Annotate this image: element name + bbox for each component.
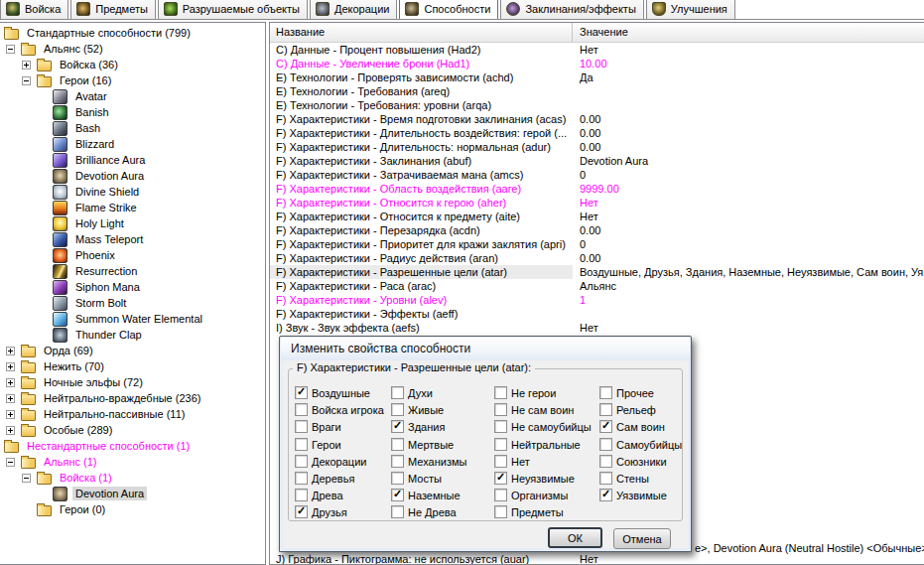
table-row[interactable]: I) Звук - Звук эффекта (aefs)Нет bbox=[270, 321, 924, 335]
target-checkbox[interactable]: Мосты bbox=[391, 472, 442, 485]
expand-toggle-icon[interactable] bbox=[6, 45, 15, 54]
unchecked-checkbox-icon[interactable] bbox=[391, 438, 404, 451]
table-row[interactable]: F) Характеристики - Перезарядка (acdn)0.… bbox=[270, 223, 924, 237]
tab-effects[interactable]: Заклинания/эффекты bbox=[500, 0, 643, 19]
checked-checkbox-icon[interactable] bbox=[599, 420, 612, 433]
unchecked-checkbox-icon[interactable] bbox=[494, 489, 507, 501]
tree-item[interactable]: Bash bbox=[0, 120, 265, 136]
tree-item[interactable]: Войска (36) bbox=[0, 57, 265, 72]
unchecked-checkbox-icon[interactable] bbox=[295, 489, 308, 501]
table-row[interactable]: F) Характеристики - Радиус действия (ara… bbox=[270, 251, 924, 265]
expand-toggle-icon[interactable] bbox=[6, 458, 15, 467]
target-checkbox[interactable]: Нейтральные bbox=[494, 438, 581, 451]
target-checkbox[interactable]: Прочее bbox=[599, 386, 654, 399]
table-row[interactable]: F) Характеристики - Заклинания (abuf)Dev… bbox=[270, 154, 924, 168]
target-checkbox[interactable]: Декорации bbox=[295, 455, 366, 468]
table-row[interactable]: F) Характеристики - Приоритет для кражи … bbox=[270, 237, 924, 251]
table-row[interactable]: C) Данные - Процент повышения (Had2)Нет bbox=[270, 43, 924, 57]
unchecked-checkbox-icon[interactable] bbox=[295, 420, 308, 433]
tree-item[interactable]: Banish bbox=[0, 104, 265, 120]
expand-toggle-icon[interactable] bbox=[6, 426, 15, 435]
expand-toggle-icon[interactable] bbox=[6, 378, 15, 387]
tab-abilities[interactable]: Способности bbox=[399, 0, 498, 20]
target-checkbox[interactable]: Наземные bbox=[391, 489, 461, 501]
unchecked-checkbox-icon[interactable] bbox=[494, 438, 507, 451]
target-checkbox[interactable]: Воздушные bbox=[295, 386, 370, 399]
target-checkbox[interactable]: Не сам воин bbox=[494, 403, 574, 416]
tree-item[interactable]: Storm Bolt bbox=[0, 295, 265, 311]
target-checkbox[interactable]: Сам воин bbox=[599, 420, 665, 433]
target-checkbox[interactable]: Механизмы bbox=[391, 455, 466, 468]
unchecked-checkbox-icon[interactable] bbox=[295, 403, 308, 416]
expand-toggle-icon[interactable] bbox=[6, 362, 15, 371]
tree-item[interactable]: Стандартные способности (799) bbox=[0, 25, 265, 41]
target-checkbox[interactable]: Друзья bbox=[295, 505, 347, 518]
target-checkbox[interactable]: Не герои bbox=[494, 386, 556, 399]
tab-items[interactable]: Предметы bbox=[70, 0, 156, 19]
tree-item[interactable]: Siphon Mana bbox=[0, 279, 265, 295]
tree-item[interactable]: Особые (289) bbox=[0, 422, 265, 438]
target-checkbox[interactable]: Войска игрока bbox=[295, 403, 384, 416]
checked-checkbox-icon[interactable] bbox=[391, 420, 404, 433]
table-row[interactable]: F) Характеристики - Разрешенные цели (at… bbox=[270, 265, 924, 279]
tree-item[interactable]: Нейтрально-враждебные (236) bbox=[0, 390, 265, 406]
dialog-title-bar[interactable]: Изменить свойства способности bbox=[281, 338, 690, 360]
table-row[interactable]: F) Характеристики - Длительность воздейс… bbox=[270, 126, 924, 140]
table-row[interactable]: E) Технологии - Требования: уровни (arqa… bbox=[270, 98, 924, 112]
unchecked-checkbox-icon[interactable] bbox=[494, 455, 507, 468]
column-header-name[interactable]: Название bbox=[270, 23, 573, 42]
tree-item[interactable]: Нежить (70) bbox=[0, 358, 265, 374]
expand-toggle-icon[interactable] bbox=[22, 76, 31, 85]
table-row[interactable]: F) Характеристики - Уровни (alev)1 bbox=[270, 293, 924, 307]
target-checkbox[interactable]: Нет bbox=[494, 455, 530, 468]
tree-item[interactable]: Герои (16) bbox=[0, 72, 265, 88]
unchecked-checkbox-icon[interactable] bbox=[494, 420, 507, 433]
cancel-button[interactable]: Отмена bbox=[613, 528, 671, 549]
table-row[interactable]: F) Характеристики - Эффекты (aeff) bbox=[270, 307, 924, 321]
tree-item[interactable]: Divine Shield bbox=[0, 184, 265, 200]
tree-item[interactable]: Нестандартные способности (1) bbox=[0, 438, 265, 454]
tree-item[interactable]: Brilliance Aura bbox=[0, 152, 265, 168]
unchecked-checkbox-icon[interactable] bbox=[599, 455, 612, 468]
table-row-auar[interactable]: J) Графика - Пиктограмма: не используетс… bbox=[270, 552, 924, 565]
target-checkbox[interactable]: Живые bbox=[391, 403, 444, 416]
tree-item[interactable]: Resurrection bbox=[0, 263, 265, 279]
target-checkbox[interactable]: Неуязвимые bbox=[494, 472, 575, 485]
target-checkbox[interactable]: Уязвимые bbox=[599, 489, 667, 501]
unchecked-checkbox-icon[interactable] bbox=[391, 386, 404, 399]
table-row[interactable]: E) Технологии - Требования (areq) bbox=[270, 84, 924, 98]
expand-toggle-icon[interactable] bbox=[6, 347, 15, 355]
table-row[interactable]: F) Характеристики - Время подготовки зак… bbox=[270, 112, 924, 126]
unchecked-checkbox-icon[interactable] bbox=[295, 455, 308, 468]
table-row[interactable]: F) Характеристики - Раса (arac)Альянс bbox=[270, 279, 924, 293]
target-checkbox[interactable]: Предметы bbox=[494, 505, 564, 518]
unchecked-checkbox-icon[interactable] bbox=[599, 438, 612, 451]
tab-doodads[interactable]: Декорации bbox=[310, 0, 397, 19]
tree-item[interactable]: Devotion Aura bbox=[0, 486, 265, 501]
expand-toggle-icon[interactable] bbox=[22, 474, 31, 483]
unchecked-checkbox-icon[interactable] bbox=[494, 403, 507, 416]
target-checkbox[interactable]: Деревья bbox=[295, 472, 354, 485]
tab-upgrades[interactable]: Улучшения bbox=[646, 0, 735, 19]
tree-item[interactable]: Войска (1) bbox=[0, 470, 265, 486]
checked-checkbox-icon[interactable] bbox=[599, 489, 612, 501]
ok-button[interactable]: ОК bbox=[548, 527, 602, 548]
tree-item[interactable]: Avatar bbox=[0, 88, 265, 104]
table-row[interactable]: F) Характеристики - Область воздействия … bbox=[270, 182, 924, 196]
table-row[interactable]: F) Характеристики - Длительность: нормал… bbox=[270, 140, 924, 154]
checked-checkbox-icon[interactable] bbox=[295, 505, 308, 518]
table-row[interactable]: F) Характеристики - Затрачиваемая мана (… bbox=[270, 168, 924, 182]
unchecked-checkbox-icon[interactable] bbox=[494, 386, 507, 399]
unchecked-checkbox-icon[interactable] bbox=[599, 472, 612, 485]
tree-item[interactable]: Phoenix bbox=[0, 247, 265, 263]
unchecked-checkbox-icon[interactable] bbox=[391, 455, 404, 468]
target-checkbox[interactable]: Организмы bbox=[494, 489, 568, 501]
expand-toggle-icon[interactable] bbox=[6, 394, 15, 403]
tree-item[interactable]: Орда (69) bbox=[0, 343, 265, 358]
tree-item[interactable]: Summon Water Elemental bbox=[0, 311, 265, 327]
target-checkbox[interactable]: Мертвые bbox=[391, 438, 454, 451]
unchecked-checkbox-icon[interactable] bbox=[494, 505, 507, 518]
tree-item[interactable]: Flame Strike bbox=[0, 200, 265, 215]
unchecked-checkbox-icon[interactable] bbox=[599, 386, 612, 399]
tree-item[interactable]: Альянс (1) bbox=[0, 454, 265, 470]
